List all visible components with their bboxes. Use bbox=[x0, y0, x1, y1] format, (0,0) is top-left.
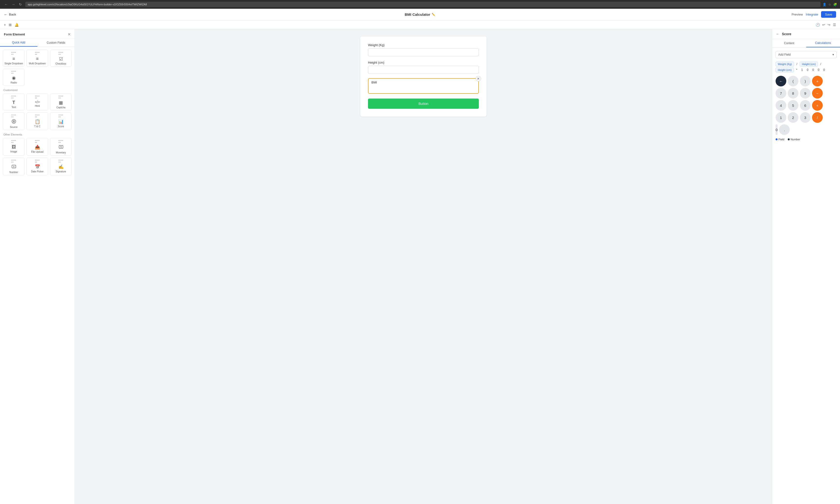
tab-calculations[interactable]: Calculations bbox=[806, 39, 840, 47]
calc-2-button[interactable]: 2 bbox=[788, 112, 799, 123]
formula-num-3: 0 bbox=[817, 68, 821, 72]
height-input[interactable] bbox=[368, 66, 479, 74]
bmi-input[interactable] bbox=[369, 85, 478, 93]
calc-divide-button[interactable]: / bbox=[812, 112, 823, 123]
element-number[interactable]: $ Number bbox=[3, 158, 24, 175]
element-image[interactable]: 🖼 Image bbox=[3, 138, 24, 156]
multi-dropdown-dots bbox=[35, 52, 40, 55]
calc-row-0: ← ( ) + bbox=[776, 76, 837, 86]
calc-4-button[interactable]: 4 bbox=[776, 100, 786, 111]
star-icon: ☆ bbox=[828, 3, 831, 6]
formula-op-0: / bbox=[795, 62, 799, 67]
source-icon bbox=[12, 119, 16, 125]
element-radio[interactable]: ◉ Radio bbox=[3, 69, 24, 86]
weight-field: Weight (Kg) bbox=[368, 43, 479, 56]
grid-icon[interactable]: ⊞ bbox=[9, 23, 12, 27]
element-file-upload[interactable]: 📤 File Upload bbox=[27, 138, 48, 156]
close-sidebar-button[interactable]: ✕ bbox=[68, 32, 71, 37]
redo-icon[interactable]: ↪ bbox=[828, 23, 830, 27]
calc-plus-button[interactable]: + bbox=[812, 76, 823, 86]
number-label: Number bbox=[10, 171, 18, 174]
undo-icon[interactable]: ↩ bbox=[822, 23, 825, 27]
formula-num-2: 0 bbox=[811, 68, 816, 72]
element-single-dropdown[interactable]: ≡ Single Dropdown bbox=[3, 50, 24, 67]
element-date-picker[interactable]: 📅 Date Picker bbox=[27, 158, 48, 175]
bmi-close-button[interactable]: ✕ bbox=[476, 76, 481, 81]
integrate-button[interactable]: Integrate bbox=[806, 13, 818, 16]
legend-row: Field Number bbox=[776, 138, 837, 141]
formula-token-1[interactable]: Height (cm) bbox=[800, 62, 818, 67]
text-label: Text bbox=[12, 106, 16, 109]
tab-content[interactable]: Content bbox=[772, 39, 806, 47]
formula-op-1: / bbox=[819, 62, 823, 67]
settings-icon[interactable]: ☰ bbox=[833, 23, 836, 27]
add-field-dropdown[interactable]: Add Field ▾ bbox=[776, 51, 837, 58]
radio-dots bbox=[12, 71, 16, 74]
element-score[interactable]: 📊 Score bbox=[50, 112, 72, 130]
calc-7-button[interactable]: 7 bbox=[776, 88, 786, 98]
preview-button[interactable]: Preview bbox=[792, 13, 803, 16]
captcha-dots bbox=[58, 96, 64, 99]
calc-open-paren-button[interactable]: ( bbox=[788, 76, 799, 86]
customized-grid: T Text </> Html ▦ Captcha bbox=[3, 93, 72, 130]
refresh-button[interactable]: ↻ bbox=[17, 2, 23, 7]
calc-8-button[interactable]: 8 bbox=[788, 88, 799, 98]
element-checkbox[interactable]: ☑ Checkbox bbox=[50, 50, 72, 67]
clock-icon[interactable]: 🕐 bbox=[816, 23, 820, 27]
edit-title-icon[interactable]: ✏️ bbox=[432, 13, 435, 16]
radio-icon: ◉ bbox=[12, 75, 16, 80]
date-picker-dots bbox=[35, 160, 40, 163]
nav-buttons[interactable]: ← → ↻ bbox=[3, 2, 23, 7]
right-panel-content: Add Field ▾ Weight (Kg) / Height (cm) / … bbox=[772, 48, 840, 504]
source-dots bbox=[12, 114, 16, 118]
add-icon[interactable]: + bbox=[4, 23, 6, 27]
signature-label: Signature bbox=[56, 170, 66, 173]
calc-backspace-button[interactable]: ← bbox=[776, 76, 786, 86]
element-tc[interactable]: 📋 T & C bbox=[27, 112, 48, 130]
back-nav-button[interactable]: ← bbox=[3, 2, 9, 7]
submit-button[interactable]: Button bbox=[368, 98, 479, 109]
calc-multiply-button[interactable]: + bbox=[812, 100, 823, 111]
element-text[interactable]: T Text bbox=[3, 93, 24, 110]
calc-9-button[interactable]: 9 bbox=[800, 88, 810, 98]
sidebar-title: Form Element bbox=[4, 33, 25, 36]
height-label: Height (cm) bbox=[368, 61, 479, 64]
calc-1-button[interactable]: 1 bbox=[776, 112, 786, 123]
calc-minus-button[interactable]: − bbox=[812, 88, 823, 98]
file-upload-dots bbox=[35, 140, 40, 143]
score-dots bbox=[58, 114, 64, 118]
sub-header-tools: 🕐 ↩ ↪ ☰ bbox=[816, 23, 836, 27]
calc-3-button[interactable]: 3 bbox=[800, 112, 810, 123]
image-label: Image bbox=[11, 150, 17, 153]
calc-5-button[interactable]: 5 bbox=[788, 100, 799, 111]
weight-input[interactable] bbox=[368, 48, 479, 56]
back-button[interactable]: Back bbox=[4, 12, 16, 17]
calc-close-paren-button[interactable]: ) bbox=[800, 76, 810, 86]
main-canvas: Weight (Kg) Height (cm) ✕ BMI Button bbox=[75, 29, 772, 504]
save-button[interactable]: Save bbox=[821, 11, 836, 18]
checkbox-icon: ☑ bbox=[59, 56, 63, 62]
legend-field: Field bbox=[776, 138, 784, 141]
tc-label: T & C bbox=[34, 125, 40, 128]
element-html[interactable]: </> Html bbox=[27, 93, 48, 110]
bell-icon[interactable]: 🔔 bbox=[15, 23, 19, 27]
sidebar-content: ≡ Single Dropdown ≡ Multi Dropdown ☑ Che… bbox=[0, 47, 75, 504]
formula-token-0[interactable]: Weight (Kg) bbox=[776, 62, 794, 67]
element-multi-dropdown[interactable]: ≡ Multi Dropdown bbox=[27, 50, 48, 67]
calc-0-button[interactable]: 0 bbox=[776, 124, 777, 135]
element-monetary[interactable]: $ Monetary bbox=[50, 138, 72, 156]
calc-dot-button[interactable]: . bbox=[779, 124, 790, 135]
url-bar[interactable]: app.gohighlevel.com/v2/location/z3iaOSKz… bbox=[25, 2, 821, 7]
panel-back-button[interactable]: ← bbox=[776, 32, 779, 36]
element-captcha[interactable]: ▦ Captcha bbox=[50, 93, 72, 110]
calc-6-button[interactable]: 6 bbox=[800, 100, 810, 111]
forward-nav-button[interactable]: → bbox=[10, 2, 17, 7]
single-dropdown-label: Single Dropdown bbox=[4, 62, 23, 65]
app-header: Back BMI Calculator ✏️ Preview Integrate… bbox=[0, 9, 840, 20]
tab-custom-fields[interactable]: Custom Fields bbox=[37, 39, 75, 47]
captcha-label: Captcha bbox=[56, 106, 65, 109]
formula-token-2[interactable]: Height (cm) bbox=[776, 68, 794, 72]
tab-quick-add[interactable]: Quick Add bbox=[0, 39, 37, 47]
element-source[interactable]: Source bbox=[3, 112, 24, 130]
element-signature[interactable]: ✍ Signature bbox=[50, 158, 72, 175]
